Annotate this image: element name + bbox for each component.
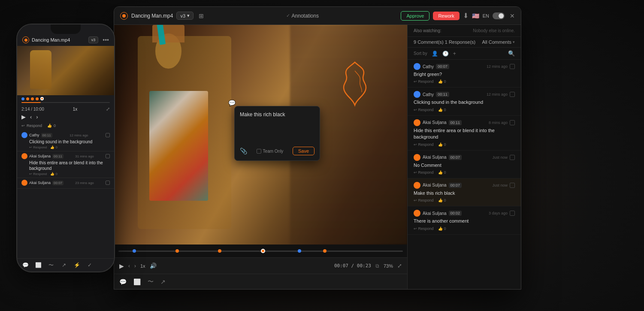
- fullscreen-icon[interactable]: ⤢: [397, 263, 402, 269]
- phone-like-1[interactable]: 👍 0: [50, 145, 57, 149]
- sidebar-checkbox-2[interactable]: [510, 92, 515, 97]
- sidebar-checkbox-4[interactable]: [510, 155, 515, 160]
- phone-tool-crop[interactable]: ⬜: [34, 261, 42, 269]
- sort-plus-icon[interactable]: +: [453, 51, 456, 57]
- rework-button[interactable]: Rework: [433, 12, 459, 20]
- phone-comment-text-1: Clicking sound in the background: [21, 139, 110, 145]
- sidebar-checkbox-6[interactable]: [510, 211, 515, 216]
- theme-toggle[interactable]: [493, 12, 505, 19]
- video-timeline[interactable]: [114, 245, 407, 257]
- prev-frame-button[interactable]: ‹: [128, 263, 130, 269]
- phone-tool-comment[interactable]: 💬: [21, 261, 29, 269]
- sidebar-comment-text-2: Clicking sound in the background: [414, 99, 515, 106]
- timeline-marker-orange-2: [218, 249, 221, 253]
- like-icon-2: 👍: [438, 108, 443, 112]
- phone-tool-check[interactable]: ✓: [86, 261, 94, 269]
- language-label[interactable]: EN: [483, 13, 489, 18]
- sidebar-comment-4-header: Akai Suljana 00:07 Just now: [414, 154, 515, 161]
- sidebar-respond-1[interactable]: ↩ Respond: [414, 79, 434, 84]
- phone-tool-filter[interactable]: ⚡: [73, 261, 81, 269]
- approve-button[interactable]: Approve: [401, 11, 429, 21]
- phone-video-thumbnail[interactable]: [17, 46, 114, 95]
- phone-more-icon[interactable]: •••: [103, 36, 109, 43]
- close-icon[interactable]: ✕: [510, 12, 515, 19]
- sidebar-like-3[interactable]: 👍 0: [438, 142, 446, 147]
- phone-respond-2[interactable]: ↩ Respond: [29, 172, 47, 176]
- laptop-mockup: Dancing Man.mp4 v3 ▾ ⊞ ✓ Annotations App…: [114, 6, 644, 302]
- comment-popup-title: Make this rich black: [240, 112, 314, 118]
- sort-person-icon[interactable]: 👤: [432, 51, 438, 57]
- sidebar-like-5[interactable]: 👍 0: [438, 198, 446, 202]
- sidebar-checkbox-1[interactable]: [510, 64, 515, 69]
- comment-popup-body[interactable]: [240, 121, 314, 142]
- phone-checkbox-2[interactable]: [106, 154, 110, 158]
- team-only-checkbox[interactable]: [257, 149, 261, 154]
- phone-respond-1[interactable]: ↩ Respond: [29, 145, 47, 149]
- sort-clock-icon[interactable]: 🕐: [442, 51, 449, 57]
- topbar-version-selector[interactable]: v3 ▾: [176, 12, 194, 20]
- phone-checkbox-3[interactable]: [106, 181, 110, 185]
- attach-icon[interactable]: 📎: [240, 148, 247, 154]
- phone-version[interactable]: v3: [88, 36, 99, 43]
- sidebar-respond-6[interactable]: ↩ Respond: [414, 226, 434, 231]
- filter-label: All Comments: [482, 39, 511, 45]
- sidebar-respond-5[interactable]: ↩ Respond: [414, 198, 434, 202]
- like-icon-5: 👍: [438, 198, 443, 202]
- phone-fullscreen-icon[interactable]: ⤢: [106, 106, 110, 112]
- sidebar-checkbox-3[interactable]: [510, 120, 515, 125]
- phone-speed[interactable]: 1x: [73, 107, 78, 112]
- sidebar-like-4[interactable]: 👍 0: [438, 170, 446, 175]
- sidebar-like-2[interactable]: 👍 0: [438, 108, 446, 112]
- comment-popup[interactable]: Make this rich black 📎 Team Only Save: [234, 106, 320, 161]
- topbar-layout-icon[interactable]: ⊞: [199, 12, 204, 19]
- sidebar-like-1[interactable]: 👍 0: [438, 79, 446, 84]
- sidebar-respond-2[interactable]: ↩ Respond: [414, 108, 434, 112]
- sidebar-like-6[interactable]: 👍 0: [438, 226, 446, 231]
- volume-icon[interactable]: 🔊: [150, 263, 157, 269]
- sidebar-username-6: Akai Suljana: [423, 211, 447, 216]
- sidebar-username-3: Akai Suljana: [423, 120, 447, 125]
- comment-filter-dropdown[interactable]: All Comments ▾: [482, 39, 515, 45]
- sidebar-timecode-4[interactable]: 00:07: [449, 155, 462, 160]
- phone-prev-button[interactable]: ‹: [30, 114, 32, 120]
- download-icon[interactable]: ⬇: [463, 12, 469, 20]
- sidebar-respond-4[interactable]: ↩ Respond: [414, 170, 434, 175]
- phone-comment-text-2: Hide this entire area or blend it into t…: [21, 160, 110, 171]
- phone-like-2[interactable]: 👍 0: [50, 172, 57, 176]
- sidebar-search-icon[interactable]: 🔍: [508, 50, 515, 57]
- phone-progress-bar[interactable]: [21, 102, 110, 103]
- popup-save-button[interactable]: Save: [293, 147, 314, 155]
- sidebar-avatar-cathy-2: [414, 91, 420, 98]
- ann-tool-arrow[interactable]: ↗: [160, 278, 166, 285]
- phone-tool-arrow[interactable]: ↗: [60, 261, 68, 269]
- play-button[interactable]: ▶: [119, 263, 124, 269]
- speed-control[interactable]: 1x: [140, 263, 145, 269]
- phone-username-akai-2: Akai Suljana: [29, 181, 51, 185]
- copy-timecode-icon[interactable]: ⧉: [375, 263, 379, 269]
- sidebar-respond-3[interactable]: ↩ Respond: [414, 142, 434, 147]
- ann-tool-crop[interactable]: ⬜: [133, 278, 141, 285]
- timeline-track[interactable]: [118, 251, 403, 252]
- sidebar-timeago-3: 8 mins ago: [489, 121, 508, 125]
- sidebar-count-bar: 9 Comment(s) 1 Response(s) All Comments …: [408, 37, 521, 48]
- phone-respond-label[interactable]: Respond: [27, 124, 42, 128]
- ann-tool-wave[interactable]: 〜: [148, 278, 154, 286]
- comment-pin-icon[interactable]: 💬: [228, 100, 236, 106]
- sidebar-timecode-3[interactable]: 00:11: [449, 120, 462, 125]
- phone-tool-wave[interactable]: 〜: [47, 261, 55, 269]
- sidebar-timecode-6[interactable]: 00:02: [449, 211, 462, 216]
- sidebar-checkbox-5[interactable]: [510, 183, 515, 188]
- phone-next-button[interactable]: ›: [36, 114, 38, 120]
- sidebar-timecode-5[interactable]: 00:07: [449, 183, 462, 188]
- sidebar-timecode-2[interactable]: 00:11: [436, 92, 449, 97]
- phone-play-button[interactable]: ▶: [21, 114, 26, 120]
- sidebar-comments-list: Cathy 00:07 12 mins ago Bright green? ↩ …: [408, 60, 521, 289]
- next-frame-button[interactable]: ›: [134, 263, 136, 269]
- sidebar-avatar-akai-2: [414, 154, 420, 161]
- phone-comment-actions-1: ↩ Respond 👍 0: [21, 145, 110, 149]
- phone-checkbox-1[interactable]: [106, 133, 110, 137]
- ann-tool-comment[interactable]: 💬: [119, 278, 127, 285]
- video-viewport[interactable]: 💬 Make this rich black 📎 Team Only Save: [114, 25, 407, 245]
- sidebar-timecode-1[interactable]: 00:07: [436, 64, 449, 69]
- like-count-3: 0: [444, 142, 446, 147]
